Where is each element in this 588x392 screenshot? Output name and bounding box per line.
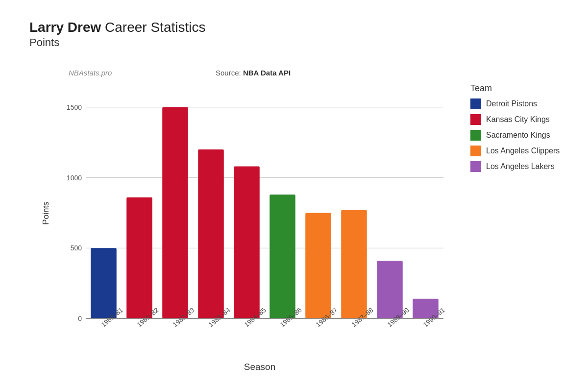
title-block: Larry Drew Career Statistics Points <box>29 20 205 49</box>
legend-title: Team <box>470 83 588 94</box>
legend-item-label: Los Angeles Lakers <box>486 162 555 171</box>
bar <box>91 248 117 318</box>
bar <box>341 210 367 318</box>
legend-color-swatch <box>470 114 481 125</box>
title-bold: Larry Drew <box>29 20 101 35</box>
legend-item: Sacramento Kings <box>470 130 588 141</box>
legend-item: Kansas City Kings <box>470 114 588 125</box>
bar <box>198 149 224 318</box>
legend-color-swatch <box>470 98 481 109</box>
bar <box>234 167 260 319</box>
legend: Team Detroit Pistons Kansas City Kings S… <box>470 83 588 177</box>
title-rest: Career Statistics <box>101 20 205 35</box>
legend-items: Detroit Pistons Kansas City Kings Sacram… <box>470 98 588 172</box>
svg-text:1000: 1000 <box>67 174 82 182</box>
chart-title: Larry Drew Career Statistics <box>29 20 205 35</box>
source-prefix: Source: <box>216 69 243 77</box>
chart-svg: 0500100015001980–811981–821982–831983–84… <box>59 83 461 343</box>
legend-color-swatch <box>470 130 481 141</box>
bar <box>162 107 188 318</box>
bar <box>377 261 403 318</box>
legend-color-swatch <box>470 161 481 172</box>
legend-item-label: Kansas City Kings <box>486 115 550 124</box>
legend-item-label: Detroit Pistons <box>486 99 537 108</box>
svg-text:0: 0 <box>78 315 82 322</box>
legend-item-label: Sacramento Kings <box>486 131 550 140</box>
legend-item: Los Angeles Clippers <box>470 146 588 156</box>
svg-text:1500: 1500 <box>67 103 82 111</box>
chart-subtitle: Points <box>29 36 205 49</box>
legend-item: Los Angeles Lakers <box>470 161 588 172</box>
source: Source: NBA Data API <box>216 69 291 77</box>
watermark: NBAstats.pro <box>69 69 112 77</box>
chart-area: Points Season 0500100015001980–811981–82… <box>59 83 461 343</box>
legend-item-label: Los Angeles Clippers <box>486 147 560 155</box>
bar <box>270 195 295 318</box>
legend-color-swatch <box>470 146 481 156</box>
legend-item: Detroit Pistons <box>470 98 588 109</box>
chart-container: Larry Drew Career Statistics Points NBAs… <box>29 20 583 382</box>
bar <box>305 213 331 318</box>
bar <box>126 197 152 318</box>
source-bold: NBA Data API <box>243 69 291 77</box>
y-axis-label: Points <box>41 201 51 224</box>
svg-text:500: 500 <box>71 244 82 252</box>
x-axis-label: Season <box>244 362 275 372</box>
